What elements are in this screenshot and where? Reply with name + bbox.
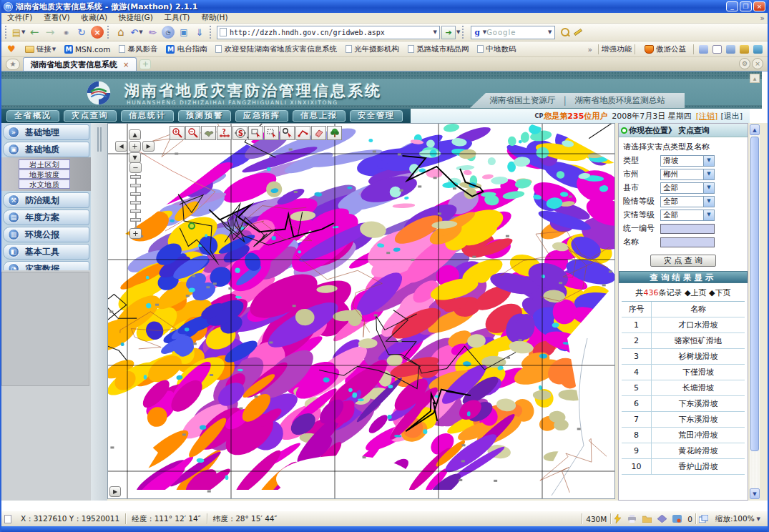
user-icon[interactable] [699, 45, 708, 54]
menu-item-file[interactable]: 文件(F) [1, 13, 38, 23]
home-button[interactable]: ⌂ [114, 25, 128, 39]
name-input[interactable] [660, 237, 715, 247]
printer-icon[interactable] [627, 515, 637, 523]
pan-up-button[interactable]: ▲ [129, 129, 141, 140]
sidebar-item-env-bulletin[interactable]: ▥环境公报 [3, 227, 89, 242]
header-link-land-resources[interactable]: 湖南省国土资源厅 [489, 95, 555, 106]
pane-divider[interactable] [91, 123, 107, 501]
menu-item-favorites[interactable]: 收藏(A) [76, 13, 113, 23]
zoom-control[interactable]: 缩放:100%▼ [711, 514, 765, 524]
menu-item-view[interactable]: 查看(V) [38, 13, 75, 23]
overview-tree-tool[interactable] [327, 126, 342, 140]
close-tabs-icon[interactable]: × [752, 58, 763, 69]
map-area[interactable]: ? S ▲ ◀ + ▶ ▼ − [107, 123, 615, 499]
url-input[interactable]: http://dzzh.hndh.gov.cn/gridweb.aspx [230, 29, 433, 36]
toolbar-grip[interactable] [210, 26, 213, 39]
risk-level-select[interactable]: 全部▼ [660, 196, 715, 207]
table-row[interactable]: 3衫树垅滑坡 [622, 349, 745, 365]
zoom-minus-button[interactable]: − [129, 162, 142, 173]
sidebar-collapse-icon[interactable]: ▲ [750, 74, 760, 83]
zoom-select-tool[interactable] [280, 126, 295, 140]
wrench-icon[interactable]: ⚙ [739, 58, 750, 69]
highlighter-icon[interactable] [574, 29, 582, 36]
table-row[interactable]: 9黄花岭滑坡 [622, 443, 745, 459]
tab-close-icon[interactable]: × [123, 61, 129, 69]
toolbar-grip[interactable] [5, 26, 9, 39]
nav-tab-disaster-query[interactable]: 灾点查询 [64, 110, 117, 122]
table-row[interactable]: 1才口水滑坡 [622, 317, 745, 333]
favorites-heart-icon[interactable]: ♥ [7, 44, 16, 54]
sidebar-item-base-geography[interactable]: »基础地理 [3, 124, 89, 140]
bookmarks-overflow-icon[interactable]: » [588, 45, 592, 54]
bookmark-item[interactable]: 暴风影音 [119, 44, 157, 54]
table-row[interactable]: 2骆家恒矿滑地 [622, 333, 745, 349]
table-row[interactable]: 7下东溪滑坡 [622, 412, 745, 428]
links-folder[interactable]: 链接 ▼ [23, 44, 56, 54]
next-page-link[interactable]: ◆下页 [709, 288, 730, 297]
bookmark-item[interactable]: M电台指南 [166, 44, 207, 54]
disaster-query-button[interactable]: 灾 点 查 询 [650, 255, 716, 267]
pan-right-button[interactable]: ▶ [142, 141, 155, 152]
measure-line-tool[interactable] [295, 126, 310, 140]
resize-window-icon[interactable] [699, 515, 708, 523]
folder-icon[interactable] [642, 515, 652, 523]
submenu-item-terrain-slope[interactable]: 地形坡度 [19, 169, 70, 179]
header-link-geo-monitor[interactable]: 湖南省地质环境监测总站 [574, 95, 665, 106]
window-icon[interactable] [712, 45, 722, 54]
bookmark-item[interactable]: 欢迎登陆湖南省地质灾害信息系统 [215, 44, 337, 54]
distance-query-tool[interactable]: ? [217, 126, 232, 140]
pan-left-button[interactable]: ◀ [115, 141, 127, 152]
tab-active[interactable]: 湖南省地质灾害信息系统 × [23, 57, 137, 71]
book-icon[interactable] [657, 515, 667, 523]
page-scrollbar[interactable]: ▲ ▼ [750, 124, 760, 499]
download-button[interactable]: ⇓ [192, 25, 207, 39]
nav-tab-emergency[interactable]: 应急指挥 [235, 110, 288, 122]
magic-wand-icon[interactable]: ✎ [145, 25, 160, 39]
proxy-button[interactable]: ▣ [177, 25, 191, 39]
boost-lightning-icon[interactable] [614, 514, 622, 523]
maxthon-charity-button[interactable]: 傲游公益 [642, 44, 686, 54]
unified-id-input[interactable] [660, 224, 715, 234]
search-dropdown-icon[interactable]: ▼ [548, 29, 552, 35]
prev-page-link[interactable]: ◆上页 [685, 288, 706, 297]
sidebar-item-base-geology[interactable]: ▣基础地质 [3, 142, 89, 157]
divider-grip[interactable] [97, 127, 102, 152]
history-dropdown-button[interactable]: ◉ [59, 25, 73, 39]
close-button[interactable]: × [753, 1, 765, 11]
map-hscroll-right-button[interactable]: ▶ [109, 486, 121, 497]
county-select[interactable]: 全部▼ [660, 182, 715, 194]
city-select[interactable]: 郴州▼ [660, 169, 715, 180]
zoom-slider-handle[interactable] [130, 175, 141, 179]
search-input[interactable]: Google [486, 29, 547, 36]
undo-button[interactable]: ↶▼ [129, 25, 144, 39]
table-row[interactable]: 10香炉山滑坡 [622, 459, 745, 475]
nav-tab-statistics[interactable]: 信息统计 [121, 110, 174, 122]
pan-down-button[interactable]: ▼ [129, 152, 141, 163]
address-bar[interactable]: http://dzzh.hndh.gov.cn/gridweb.aspx ▼ [217, 26, 440, 39]
chevron-down-icon[interactable]: ▼ [703, 197, 714, 207]
new-page-button[interactable]: ▤▼ [11, 25, 26, 39]
maximize-button[interactable]: ❐ [740, 1, 752, 11]
search-magnifier-icon[interactable] [561, 28, 569, 36]
clear-selection-tool[interactable] [264, 126, 279, 140]
sidebar-item-basic-tools[interactable]: ◧基本工具 [3, 244, 89, 260]
forward-button[interactable]: → [43, 25, 57, 39]
menu-item-tools[interactable]: 工具(T) [159, 13, 196, 23]
bookmark-item[interactable]: 中地数码 [477, 44, 516, 54]
chevron-down-icon[interactable]: ▼ [703, 183, 714, 193]
pages-icon[interactable] [726, 45, 735, 54]
select-rect-tool[interactable] [248, 126, 263, 140]
toolbar-grip[interactable] [462, 26, 466, 39]
table-row[interactable]: 5长塘滑坡 [622, 380, 745, 396]
toolbar-grip[interactable] [107, 26, 111, 39]
submenu-item-rock-zoning[interactable]: 岩土区划 [19, 159, 70, 169]
scroll-down-icon[interactable]: ▼ [750, 488, 760, 499]
nav-tab-forecast[interactable]: 预测预警 [178, 110, 231, 122]
menu-item-help[interactable]: 帮助(H) [195, 13, 233, 23]
type-select[interactable]: 滑坡▼ [660, 155, 715, 167]
scroll-up-icon[interactable]: ▲ [750, 124, 760, 135]
zoom-in-tool[interactable] [170, 126, 185, 140]
back-button[interactable]: ← [27, 25, 41, 39]
eraser-tool[interactable] [311, 126, 326, 140]
favorites-star-button[interactable]: ★ [6, 59, 20, 70]
